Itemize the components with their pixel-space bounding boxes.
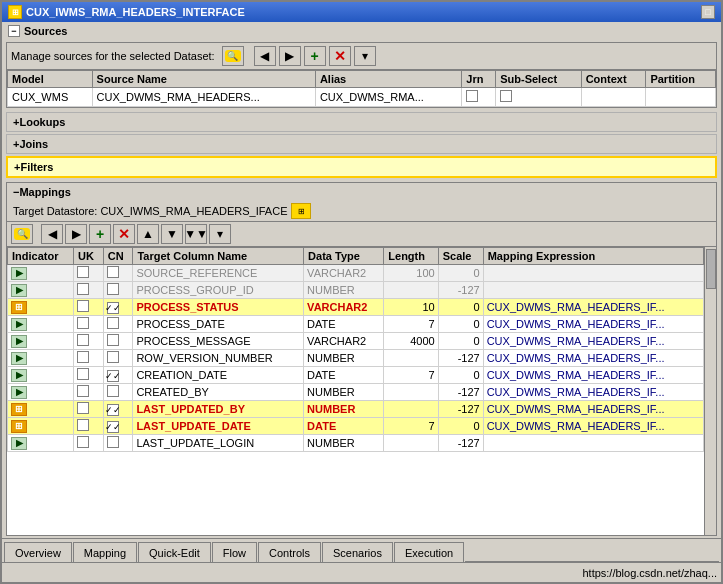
cn-checkbox[interactable]: ✓ bbox=[107, 421, 119, 433]
lookups-section-header[interactable]: + Lookups bbox=[6, 112, 717, 132]
mappings-options-button[interactable]: ▾ bbox=[209, 224, 231, 244]
cell-data-type: DATE bbox=[304, 316, 384, 333]
content-area: − Sources Manage sources for the selecte… bbox=[2, 22, 721, 538]
table-row[interactable]: ▶ PROCESS_GROUP_ID NUMBER -127 bbox=[8, 282, 704, 299]
cell-indicator: ⊞ bbox=[8, 418, 74, 435]
sources-section-header[interactable]: − Sources bbox=[2, 22, 721, 40]
target-label: Target Datastore: CUX_IWMS_RMA_HEADERS_I… bbox=[7, 201, 716, 221]
cell-length bbox=[384, 401, 438, 418]
uk-checkbox[interactable] bbox=[77, 317, 89, 329]
filters-section-header[interactable]: + Filters bbox=[6, 156, 717, 178]
tab-controls[interactable]: Controls bbox=[258, 542, 321, 562]
cell-cn bbox=[103, 282, 133, 299]
cell-cn bbox=[103, 384, 133, 401]
cn-checkbox[interactable] bbox=[107, 334, 119, 346]
maximize-button[interactable]: □ bbox=[701, 5, 715, 19]
joins-section-header[interactable]: + Joins bbox=[6, 134, 717, 154]
table-row[interactable]: ⊞ ✓ LAST_UPDATE_DATE DATE 7 0 CUX_DWMS_R… bbox=[8, 418, 704, 435]
cell-column-name: SOURCE_REFERENCE bbox=[133, 265, 304, 282]
cell-uk bbox=[74, 350, 104, 367]
mappings-search-button[interactable]: 🔍 bbox=[11, 224, 33, 244]
col-source-name: Source Name bbox=[92, 71, 315, 88]
tab-scenarios[interactable]: Scenarios bbox=[322, 542, 393, 562]
cell-uk bbox=[74, 435, 104, 452]
table-row[interactable]: ⊞ ✓ LAST_UPDATED_BY NUMBER -127 CUX_DWMS… bbox=[8, 401, 704, 418]
uk-checkbox[interactable] bbox=[77, 334, 89, 346]
mappings-grid[interactable]: Indicator UK CN Target Column Name Data … bbox=[7, 247, 704, 535]
cn-checkbox[interactable]: ✓ bbox=[107, 370, 119, 382]
sources-toggle[interactable]: − bbox=[8, 25, 20, 37]
cell-cn bbox=[103, 316, 133, 333]
nav-prev-button[interactable]: ◀ bbox=[254, 46, 276, 66]
table-row[interactable]: ▶ SOURCE_REFERENCE VARCHAR2 100 0 bbox=[8, 265, 704, 282]
add-source-button[interactable]: + bbox=[304, 46, 326, 66]
tab-flow[interactable]: Flow bbox=[212, 542, 257, 562]
cell-expr bbox=[483, 265, 703, 282]
scroll-thumb[interactable] bbox=[706, 249, 716, 289]
cell-data-type: NUMBER bbox=[304, 350, 384, 367]
col-alias: Alias bbox=[315, 71, 461, 88]
table-row[interactable]: ⊞ ✓ PROCESS_STATUS VARCHAR2 10 0 CUX_DWM… bbox=[8, 299, 704, 316]
cell-scale: -127 bbox=[438, 350, 483, 367]
cn-checkbox[interactable] bbox=[107, 283, 119, 295]
vertical-scrollbar[interactable] bbox=[704, 247, 716, 535]
tab-quickedit[interactable]: Quick-Edit bbox=[138, 542, 211, 562]
mappings-nav-next[interactable]: ▶ bbox=[65, 224, 87, 244]
cell-column-name: LAST_UPDATE_LOGIN bbox=[133, 435, 304, 452]
cell-expr: CUX_DWMS_RMA_HEADERS_IF... bbox=[483, 418, 703, 435]
tab-execution[interactable]: Execution bbox=[394, 542, 464, 562]
cn-checkbox[interactable]: ✓ bbox=[107, 302, 119, 314]
cell-scale: -127 bbox=[438, 282, 483, 299]
sub-select-checkbox[interactable] bbox=[500, 90, 512, 102]
cell-scale: -127 bbox=[438, 401, 483, 418]
table-row[interactable]: ▶ ROW_VERSION_NUMBER NUMBER -127 CUX_DWM… bbox=[8, 350, 704, 367]
table-row[interactable]: CUX_WMS CUX_DWMS_RMA_HEADERS... CUX_DWMS… bbox=[8, 88, 716, 107]
cell-indicator: ▶ bbox=[8, 384, 74, 401]
cn-checkbox[interactable] bbox=[107, 317, 119, 329]
tab-mapping[interactable]: Mapping bbox=[73, 542, 137, 562]
uk-checkbox[interactable] bbox=[77, 300, 89, 312]
cn-checkbox[interactable] bbox=[107, 385, 119, 397]
uk-checkbox[interactable] bbox=[77, 436, 89, 448]
cell-length: 7 bbox=[384, 367, 438, 384]
uk-checkbox[interactable] bbox=[77, 368, 89, 380]
uk-checkbox[interactable] bbox=[77, 402, 89, 414]
options-button[interactable]: ▾ bbox=[354, 46, 376, 66]
search-button[interactable]: 🔍 bbox=[222, 46, 244, 66]
indicator-icon: ▶ bbox=[11, 352, 27, 365]
mappings-toolbar: 🔍 ◀ ▶ + ✕ ▲ ▼ ▼▼ ▾ bbox=[7, 221, 716, 247]
uk-checkbox[interactable] bbox=[77, 385, 89, 397]
mappings-up-button[interactable]: ▲ bbox=[137, 224, 159, 244]
tab-overview[interactable]: Overview bbox=[4, 542, 72, 562]
table-row[interactable]: ▶ CREATED_BY NUMBER -127 CUX_DWMS_RMA_HE… bbox=[8, 384, 704, 401]
sources-toolbar: Manage sources for the selected Dataset:… bbox=[7, 43, 716, 70]
cell-indicator: ▶ bbox=[8, 350, 74, 367]
cell-partition bbox=[646, 88, 716, 107]
table-row[interactable]: ▶ PROCESS_MESSAGE VARCHAR2 4000 0 CUX_DW… bbox=[8, 333, 704, 350]
mappings-down2-button[interactable]: ▼▼ bbox=[185, 224, 207, 244]
mappings-down-button[interactable]: ▼ bbox=[161, 224, 183, 244]
uk-checkbox[interactable] bbox=[77, 351, 89, 363]
table-row[interactable]: ▶ ✓ CREATION_DATE DATE 7 0 CUX_DWMS_RMA_… bbox=[8, 367, 704, 384]
uk-checkbox[interactable] bbox=[77, 283, 89, 295]
nav-next-button[interactable]: ▶ bbox=[279, 46, 301, 66]
cn-checkbox[interactable] bbox=[107, 266, 119, 278]
mappings-add-button[interactable]: + bbox=[89, 224, 111, 244]
sources-section: Manage sources for the selected Dataset:… bbox=[6, 42, 717, 108]
joins-label: Joins bbox=[19, 138, 48, 150]
filters-label: Filters bbox=[20, 161, 53, 173]
mappings-nav-prev[interactable]: ◀ bbox=[41, 224, 63, 244]
cell-length: 7 bbox=[384, 316, 438, 333]
jrn-checkbox[interactable] bbox=[466, 90, 478, 102]
remove-source-button[interactable]: ✕ bbox=[329, 46, 351, 66]
uk-checkbox[interactable] bbox=[77, 266, 89, 278]
uk-checkbox[interactable] bbox=[77, 419, 89, 431]
cn-checkbox[interactable] bbox=[107, 436, 119, 448]
cn-checkbox[interactable] bbox=[107, 351, 119, 363]
title-bar: ⊞ CUX_IWMS_RMA_HEADERS_INTERFACE □ bbox=[2, 2, 721, 22]
mappings-header[interactable]: − Mappings bbox=[7, 183, 716, 201]
cn-checkbox[interactable]: ✓ bbox=[107, 404, 119, 416]
table-row[interactable]: ▶ PROCESS_DATE DATE 7 0 CUX_DWMS_RMA_HEA… bbox=[8, 316, 704, 333]
mappings-remove-button[interactable]: ✕ bbox=[113, 224, 135, 244]
table-row[interactable]: ▶ LAST_UPDATE_LOGIN NUMBER -127 bbox=[8, 435, 704, 452]
